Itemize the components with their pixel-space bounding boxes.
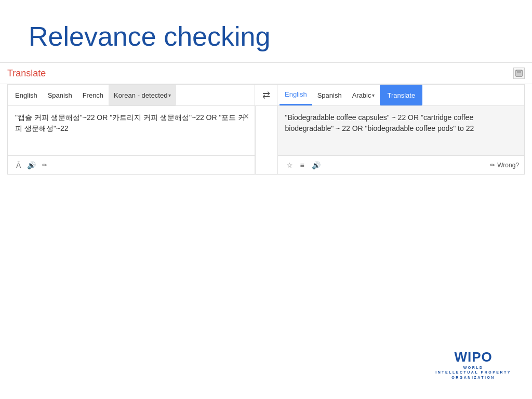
swap-button[interactable]: ⇄ [262,89,270,101]
source-text-area: "캡슐 커피 생문해성"~22 OR "카트리지 커피 생문해성"~22 OR … [8,106,255,155]
dropdown-arrow-right: ▾ [372,92,375,98]
translate-button[interactable]: Translate [380,85,422,105]
tab-korean-detected[interactable]: Korean - detected ▾ [109,85,176,105]
wipo-subtitle: WORLD INTELLECTUAL PROPERTY ORGANIZATION [435,365,511,380]
tab-arabic-target[interactable]: Arabic ▾ [347,85,380,105]
list-icon[interactable]: ≡ [297,159,308,171]
svg-rect-2 [517,73,521,76]
tab-spanish-target[interactable]: Spanish [312,85,347,105]
left-panel: "캡슐 커피 생문해성"~22 OR "카트리지 커피 생문해성"~22 OR … [8,106,255,174]
page-title: Relevance checking [0,0,532,62]
star-icon[interactable]: ☆ [283,159,296,171]
tabs-row: English Spanish French Korean - detected… [8,85,524,106]
swap-col: ⇄ [255,85,277,105]
clear-icon[interactable]: ✕ [243,111,249,122]
dropdown-arrow-left: ▾ [168,92,171,98]
panels-row: "캡슐 커피 생문해성"~22 OR "카트리지 커피 생문해성"~22 OR … [8,106,524,174]
left-panel-icons: Ā 🔊 ✏ [8,155,255,174]
translate-interface: English Spanish French Korean - detected… [7,84,525,175]
right-panel: "Biodegradable coffee capsules" ~ 22 OR … [278,106,525,174]
translate-label: Translate [7,68,46,79]
left-tabs: English Spanish French Korean - detected… [8,85,255,105]
edit-icon-left[interactable]: ✏ [39,159,50,171]
right-tabs: English Spanish Arabic ▾ Translate [277,85,524,105]
tab-english-target[interactable]: English [280,85,312,105]
speaker-icon-right[interactable]: 🔊 [309,159,324,171]
wrong-button[interactable]: ✏ Wrong? [490,162,519,169]
tab-english-source[interactable]: English [10,85,43,105]
font-size-icon[interactable]: Ā [13,159,24,171]
result-text-area: "Biodegradable coffee capsules" ~ 22 OR … [278,106,525,155]
wipo-name: WIPO [435,349,511,365]
svg-rect-1 [517,70,521,73]
panel-swap-col [255,106,278,174]
save-icon[interactable] [513,68,525,79]
translate-bar: Translate [0,62,532,84]
result-icon-group: ☆ ≡ 🔊 [283,159,324,171]
right-panel-icons: ☆ ≡ 🔊 ✏ Wrong? [278,155,525,174]
tab-spanish-source[interactable]: Spanish [43,85,77,105]
wipo-logo: WIPO WORLD INTELLECTUAL PROPERTY ORGANIZ… [435,349,511,380]
speaker-icon-left[interactable]: 🔊 [24,159,39,171]
tab-french-source[interactable]: French [77,85,109,105]
